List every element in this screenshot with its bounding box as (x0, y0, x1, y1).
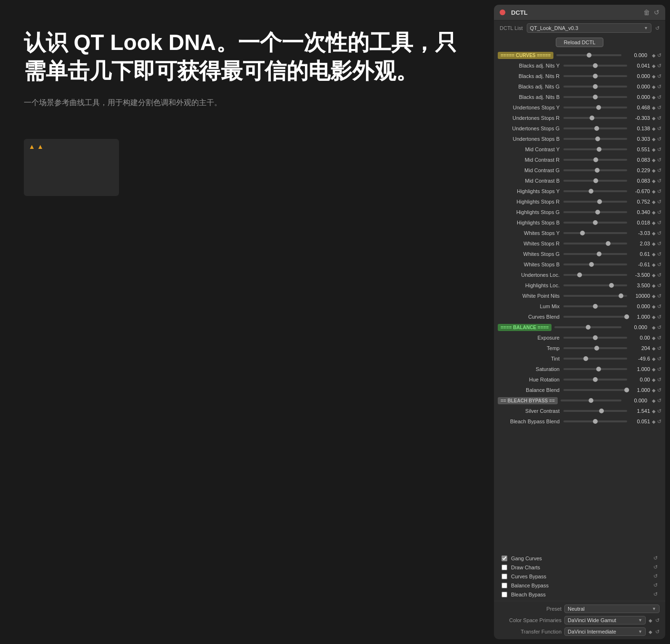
slider-track[interactable] (563, 169, 627, 171)
section-slider[interactable] (556, 54, 621, 56)
reset-icon[interactable]: ↺ (657, 167, 661, 174)
reset-icon[interactable]: ↺ (657, 220, 661, 226)
option-reset-icon[interactable]: ↺ (653, 591, 658, 597)
diamond-icon[interactable]: ◆ (652, 262, 656, 267)
diamond-icon[interactable]: ◆ (652, 283, 656, 288)
reset-icon[interactable]: ↺ (657, 272, 661, 278)
slider-track[interactable] (563, 232, 627, 234)
slider-track[interactable] (563, 389, 627, 391)
slider-track[interactable] (563, 201, 627, 203)
slider-track[interactable] (563, 253, 627, 255)
slider-track[interactable] (563, 138, 627, 140)
diamond-icon[interactable]: ◆ (652, 157, 656, 163)
option-row-curves-bypass[interactable]: Curves Bypass↺ (498, 572, 661, 581)
option-reset-icon[interactable]: ↺ (653, 573, 658, 579)
checkbox-input[interactable] (502, 565, 507, 570)
diamond-icon[interactable]: ◆ (652, 189, 656, 194)
diamond-icon[interactable]: ◆ (652, 105, 656, 110)
reset-icon[interactable]: ↺ (657, 408, 661, 414)
slider-track[interactable] (563, 75, 627, 77)
checkbox-input[interactable] (502, 592, 507, 597)
slider-track[interactable] (563, 86, 627, 88)
checkbox-input[interactable] (502, 574, 507, 579)
diamond-icon[interactable]: ◆ (652, 325, 656, 330)
diamond-icon[interactable]: ◆ (652, 419, 656, 424)
slider-track[interactable] (563, 305, 627, 307)
diamond-icon[interactable]: ◆ (652, 398, 656, 403)
diamond-icon[interactable]: ◆ (652, 137, 656, 142)
reset-icon[interactable]: ↺ (657, 419, 661, 425)
reset-icon[interactable]: ↺ (657, 94, 661, 100)
diamond-icon[interactable]: ◆ (652, 220, 656, 225)
diamond-icon[interactable]: ◆ (652, 304, 656, 309)
option-row-gang-curves[interactable]: Gang Curves↺ (498, 554, 661, 563)
reset-icon[interactable]: ↺ (657, 188, 661, 195)
checkbox-input[interactable] (502, 583, 507, 588)
diamond-icon[interactable]: ◆ (652, 367, 656, 372)
section-slider[interactable] (561, 400, 621, 401)
slider-track[interactable] (563, 117, 627, 119)
slider-track[interactable] (563, 180, 627, 182)
slider-track[interactable] (563, 410, 627, 412)
reload-button[interactable]: Reload DCTL (556, 38, 604, 47)
dctl-reset-icon[interactable]: ↺ (655, 25, 660, 31)
bottom-select[interactable]: DaVinci Wide Gamut▼ (564, 616, 646, 624)
bottom-select[interactable]: Neutral▼ (564, 605, 660, 613)
reset-icon[interactable]: ↺ (657, 356, 661, 362)
reset-icon[interactable]: ↺ (657, 251, 661, 257)
trash-icon[interactable]: 🗑 (643, 9, 650, 16)
slider-track[interactable] (563, 148, 627, 150)
reset-icon[interactable]: ↺ (657, 324, 661, 331)
slider-track[interactable] (563, 159, 627, 161)
reset-icon[interactable]: ↺ (657, 73, 661, 79)
slider-track[interactable] (563, 420, 627, 422)
option-row-balance-bypass[interactable]: Balance Bypass↺ (498, 581, 661, 590)
diamond-icon[interactable]: ◆ (652, 231, 656, 236)
reset-icon[interactable]: ↺ (657, 115, 661, 121)
slider-track[interactable] (563, 358, 627, 360)
slider-track[interactable] (563, 96, 627, 98)
reset-icon[interactable]: ↺ (657, 345, 661, 351)
diamond-icon[interactable]: ◆ (652, 210, 656, 215)
reset-icon[interactable]: ↺ (657, 314, 661, 320)
diamond-icon[interactable]: ◆ (652, 293, 656, 299)
option-reset-icon[interactable]: ↺ (653, 564, 658, 570)
diamond-icon[interactable]: ◆ (652, 84, 656, 89)
reset-icon[interactable]: ↺ (657, 84, 661, 90)
option-row-bleach-bypass[interactable]: Bleach Bypass↺ (498, 590, 661, 599)
reset-icon[interactable]: ↺ (657, 52, 661, 59)
diamond-icon[interactable]: ◆ (652, 273, 656, 278)
reset-icon[interactable]: ↺ (657, 262, 661, 268)
section-slider[interactable] (554, 326, 621, 328)
diamond-icon[interactable]: ◆ (652, 74, 656, 79)
diamond-icon[interactable]: ◆ (652, 178, 656, 184)
diamond-icon[interactable]: ◆ (652, 346, 656, 351)
slider-track[interactable] (563, 222, 627, 224)
reset-icon[interactable]: ↺ (657, 136, 661, 142)
diamond-icon[interactable]: ◆ (649, 629, 652, 634)
diamond-icon[interactable]: ◆ (652, 168, 656, 173)
reset-icon[interactable]: ↺ (657, 63, 661, 69)
slider-track[interactable] (563, 347, 627, 349)
reset-icon[interactable]: ↺ (657, 293, 661, 299)
reset-icon[interactable]: ↺ (657, 230, 661, 236)
slider-track[interactable] (563, 368, 627, 370)
diamond-icon[interactable]: ◆ (652, 356, 656, 361)
bottom-select[interactable]: DaVinci Intermediate▼ (564, 627, 646, 636)
reset-icon[interactable]: ↺ (655, 629, 660, 635)
diamond-icon[interactable]: ◆ (652, 241, 656, 246)
diamond-icon[interactable]: ◆ (652, 388, 656, 393)
reset-icon[interactable]: ↺ (657, 209, 661, 215)
params-container[interactable]: ===== CURVES =====0.000◆↺Blacks adj. Nit… (494, 50, 665, 552)
slider-track[interactable] (563, 65, 627, 67)
diamond-icon[interactable]: ◆ (652, 314, 656, 320)
diamond-icon[interactable]: ◆ (652, 335, 656, 341)
option-reset-icon[interactable]: ↺ (653, 555, 658, 561)
dctl-list-select[interactable]: QT_Look_DNA_v0.3 ▼ (527, 23, 652, 33)
diamond-icon[interactable]: ◆ (652, 53, 656, 58)
diamond-icon[interactable]: ◆ (652, 377, 656, 382)
diamond-icon[interactable]: ◆ (652, 95, 656, 100)
slider-track[interactable] (563, 284, 627, 286)
slider-track[interactable] (563, 190, 627, 192)
option-reset-icon[interactable]: ↺ (653, 582, 658, 588)
